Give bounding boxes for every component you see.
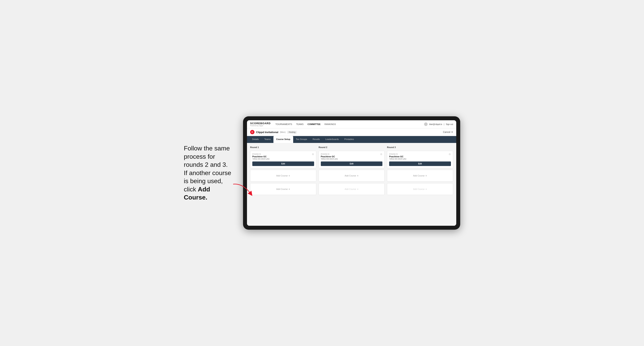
round-1-edit-button[interactable]: Edit (252, 162, 314, 166)
close-icon: ✕ (451, 131, 453, 134)
round-1-delete-icon[interactable]: ⊙ (311, 153, 314, 156)
round-2-label: Round 2 (319, 146, 385, 149)
round-2-add-course-1[interactable]: Add Course + (319, 170, 385, 181)
nav-links: TOURNAMENTS TEAMS COMMITTEE RANKINGS (276, 123, 419, 125)
round-3-add-plus-2: + (426, 187, 427, 191)
scoreboard-logo: SCOREBOARD Powered by clippd (250, 122, 271, 127)
round-3-delete-icon[interactable]: ⊙ (448, 153, 451, 156)
user-avatar (424, 122, 428, 126)
round-2-course-name: Peachtree GC (321, 155, 382, 158)
user-area: blair@clippd.io | Sign out (424, 122, 453, 126)
round-3-column: Round 3 ⊙ (Course A) Peachtree GC Yellow… (387, 146, 453, 195)
nav-tournaments[interactable]: TOURNAMENTS (276, 123, 292, 125)
logo-title: SCOREBOARD (250, 122, 271, 125)
user-email: blair@clippd.io (429, 123, 442, 125)
sign-out-link[interactable]: Sign out (446, 123, 453, 125)
round-1-label: Round 1 (250, 146, 316, 149)
round-2-course-label: (Course A) (321, 153, 382, 155)
round-1-course-detail: Yellow (M) (6629 yds) (252, 158, 314, 160)
round-1-course-card: ⊙ (Course A) Peachtree GC Yellow (M) (66… (250, 151, 316, 168)
tab-printables[interactable]: Printables (342, 136, 357, 143)
round-3-course-detail: Yellow (M) (6629 yds) (389, 158, 451, 160)
round-1-add-course-1[interactable]: Add Course + (250, 170, 316, 181)
tablet-screen: SCOREBOARD Powered by clippd TOURNAMENTS… (247, 120, 456, 226)
round-3-add-course-2: Add Course + (387, 183, 453, 195)
tab-teams[interactable]: Teams (262, 136, 274, 143)
round-2-column: Round 2 ⊙ (Course A) Peachtree GC Yellow… (319, 146, 385, 195)
rounds-grid: Round 1 ⊙ (Course A) Peachtree GC Yellow… (250, 146, 453, 195)
tab-tee-groups[interactable]: Tee Groups (293, 136, 310, 143)
nav-rankings[interactable]: RANKINGS (324, 123, 336, 125)
instruction-text: Follow the sameprocess forrounds 2 and 3… (184, 144, 235, 202)
round-3-add-plus-1: + (426, 174, 427, 177)
round-3-edit-button[interactable]: Edit (389, 162, 451, 166)
tablet-frame: SCOREBOARD Powered by clippd TOURNAMENTS… (243, 116, 460, 230)
tab-leaderboards[interactable]: Leaderboards (322, 136, 342, 143)
tournament-gender: (Men) (280, 131, 286, 133)
nav-committee[interactable]: COMMITTEE (308, 123, 320, 125)
round-3-course-name: Peachtree GC (389, 155, 451, 158)
round-3-course-card: ⊙ (Course A) Peachtree GC Yellow (M) (66… (387, 151, 453, 168)
round-2-add-course-2: Add Course + (319, 183, 385, 195)
clippd-logo: C (250, 130, 254, 134)
round-3-label: Round 3 (387, 146, 453, 149)
round-1-course-name: Peachtree GC (252, 155, 314, 158)
round-3-add-course-1[interactable]: Add Course + (387, 170, 453, 181)
logo-subtitle: Powered by clippd (250, 125, 271, 127)
content-area: Round 1 ⊙ (Course A) Peachtree GC Yellow… (247, 143, 456, 226)
top-nav: SCOREBOARD Powered by clippd TOURNAMENTS… (247, 120, 456, 128)
page-wrapper: Follow the sameprocess forrounds 2 and 3… (184, 116, 460, 230)
round-2-course-card: ⊙ (Course A) Peachtree GC Yellow (M) (66… (319, 151, 385, 168)
tournament-name: Clippd Invitational (256, 131, 278, 134)
round-2-delete-icon[interactable]: ⊙ (380, 153, 383, 156)
round-1-add-plus-2: + (288, 187, 290, 191)
round-2-edit-button[interactable]: Edit (321, 162, 382, 166)
round-1-course-label: (Course A) (252, 153, 314, 155)
round-1-column: Round 1 ⊙ (Course A) Peachtree GC Yellow… (250, 146, 316, 195)
separator: | (444, 123, 444, 125)
cancel-button[interactable]: Cancel ✕ (443, 131, 453, 134)
tab-results[interactable]: Results (310, 136, 322, 143)
round-2-add-plus-1: + (357, 174, 358, 177)
tournament-info: C Clippd Invitational (Men) Hosting (250, 130, 297, 134)
round-2-add-plus-2: + (357, 187, 358, 191)
hosting-badge: Hosting (287, 131, 297, 134)
tab-course-setup[interactable]: Course Setup (274, 136, 293, 143)
tab-bar: Details Teams Course Setup Tee Groups Re… (247, 136, 456, 143)
round-3-course-label: (Course A) (389, 153, 451, 155)
sub-header: C Clippd Invitational (Men) Hosting Canc… (247, 128, 456, 136)
nav-teams[interactable]: TEAMS (296, 123, 304, 125)
round-1-add-plus-1: + (288, 174, 290, 177)
tab-details[interactable]: Details (249, 136, 262, 143)
round-1-add-course-2[interactable]: Add Course + (250, 183, 316, 195)
round-2-course-detail: Yellow (M) (6629 yds) (321, 158, 382, 160)
